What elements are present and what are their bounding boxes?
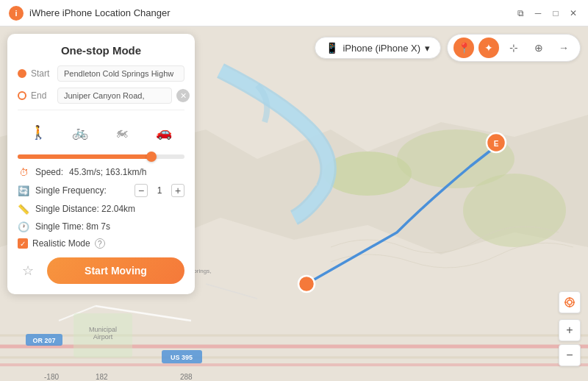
zoom-out-button[interactable]: − <box>559 344 581 366</box>
device-icon: 📱 <box>326 42 338 54</box>
end-label: End <box>31 90 53 101</box>
favorite-button[interactable]: ☆ <box>18 260 38 281</box>
freq-decrease-button[interactable]: − <box>135 184 148 197</box>
svg-text:US 395: US 395 <box>171 354 193 361</box>
chevron-down-icon: ▾ <box>425 43 430 54</box>
svg-point-4 <box>463 174 566 247</box>
device-label: iPhone (iPhone X) <box>343 43 420 54</box>
svg-text:OR 207: OR 207 <box>32 337 55 344</box>
frequency-label: Single Frequency: <box>35 185 107 196</box>
freq-increase-button[interactable]: + <box>171 184 184 197</box>
multipoint-control[interactable]: ⊹ <box>503 38 524 58</box>
walk-mode[interactable]: 🚶 <box>26 121 50 144</box>
start-input-row: Start <box>18 65 184 82</box>
realistic-mode-label: Realistic Mode <box>32 238 90 249</box>
speed-value: 45.3m/s; 163.1km/h <box>69 167 146 177</box>
panel-title: One-stop Mode <box>18 44 184 57</box>
time-row: 🕐 Single Time: 8m 7s <box>18 221 184 232</box>
transport-modes: 🚶 🚲 🏍 🚗 <box>18 118 184 147</box>
realistic-mode-row: ✓ Realistic Mode ? <box>18 238 184 249</box>
restore-button[interactable]: ⧉ <box>514 7 526 19</box>
frequency-controls: − 1 + <box>135 184 184 197</box>
zoom-in-icon: + <box>566 324 573 337</box>
distance-icon: 📏 <box>18 203 29 215</box>
panel-bottom: ☆ Start Moving <box>18 257 184 284</box>
speed-row: ⏱ Speed: 45.3m/s; 163.1km/h <box>18 166 184 178</box>
map-mode-controls: 📍 ✦ ⊹ ⊕ → <box>447 34 581 62</box>
minimize-button[interactable]: ─ <box>532 7 544 19</box>
car-mode[interactable]: 🚗 <box>152 121 176 144</box>
start-moving-label: Start Moving <box>85 265 147 277</box>
top-bar: 📱 iPhone (iPhone X) ▾ 📍 ✦ ⊹ ⊕ → <box>315 34 581 62</box>
zoom-controls: + − <box>559 291 581 366</box>
speed-slider-thumb[interactable] <box>146 152 157 162</box>
svg-point-26 <box>567 300 572 305</box>
app-icon: i <box>9 6 24 21</box>
moto-mode[interactable]: 🏍 <box>110 121 134 144</box>
frequency-value: 1 <box>152 185 167 196</box>
svg-point-23 <box>298 276 315 292</box>
end-input-row: End ✕ <box>18 88 184 104</box>
bike-mode[interactable]: 🚲 <box>68 121 92 144</box>
start-label: Start <box>31 68 53 79</box>
distance-row: 📏 Single Distance: 22.04km <box>18 203 184 215</box>
my-location-button[interactable] <box>559 291 581 313</box>
start-dot <box>18 69 26 78</box>
realistic-mode-checkbox[interactable]: ✓ <box>18 238 28 249</box>
svg-text:Airport: Airport <box>93 333 113 341</box>
time-label: Single Time: 8m 7s <box>35 221 110 232</box>
distance-label: Single Distance: 22.04km <box>35 204 135 214</box>
frequency-row: 🔄 Single Frequency: − 1 + <box>18 184 184 197</box>
divider-1 <box>18 110 184 110</box>
window-controls: ⧉ ─ □ ✕ <box>514 7 579 19</box>
speed-slider[interactable] <box>18 154 184 159</box>
svg-text:E: E <box>494 140 499 148</box>
svg-text:288: 288 <box>180 373 193 381</box>
time-icon: 🕐 <box>18 221 29 232</box>
speed-slider-fill <box>18 154 151 159</box>
close-button[interactable]: ✕ <box>567 7 579 19</box>
realistic-mode-help[interactable]: ? <box>95 238 105 249</box>
start-input[interactable] <box>57 65 184 82</box>
zoom-in-button[interactable]: + <box>559 319 581 341</box>
svg-text:-180: -180 <box>44 373 59 381</box>
title-bar: i iWhere iPhone Location Changer ⧉ ─ □ ✕ <box>0 0 588 26</box>
end-input[interactable] <box>57 88 172 104</box>
main-content: US 395 OR 207 Municipal Airport -180 182… <box>0 26 588 381</box>
speed-icon: ⏱ <box>18 166 29 178</box>
location-pin-control[interactable]: 📍 <box>453 38 474 58</box>
route-control[interactable]: ✦ <box>478 38 499 58</box>
mode-panel: One-stop Mode Start End ✕ 🚶 🚲 🏍 🚗 <box>7 34 195 294</box>
export-control[interactable]: → <box>553 38 574 58</box>
clear-end-button[interactable]: ✕ <box>176 89 190 102</box>
jump-control[interactable]: ⊕ <box>528 38 549 58</box>
frequency-icon: 🔄 <box>18 185 29 196</box>
maximize-button[interactable]: □ <box>550 7 562 19</box>
start-moving-button[interactable]: Start Moving <box>47 257 184 284</box>
speed-label: Speed: <box>35 167 63 177</box>
device-selector[interactable]: 📱 iPhone (iPhone X) ▾ <box>315 37 441 59</box>
svg-text:182: 182 <box>96 373 108 381</box>
app-title: iWhere iPhone Location Changer <box>29 7 514 18</box>
zoom-out-icon: − <box>566 349 573 362</box>
svg-text:Municipal: Municipal <box>89 326 117 333</box>
end-dot <box>18 91 26 100</box>
